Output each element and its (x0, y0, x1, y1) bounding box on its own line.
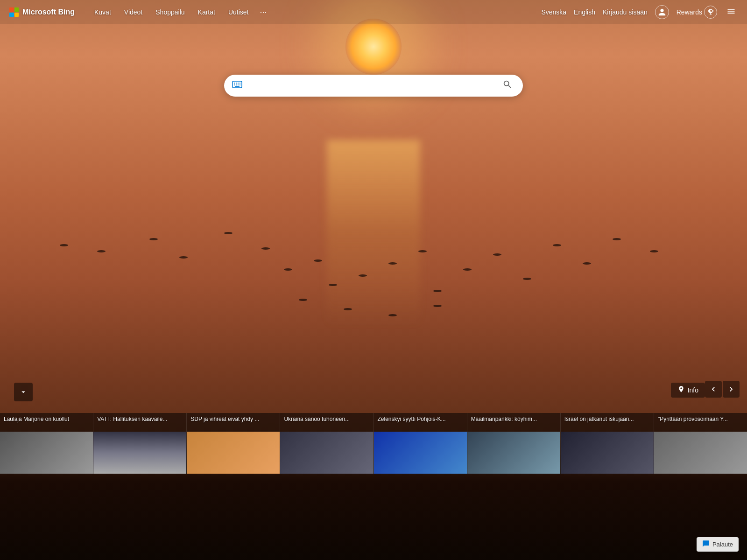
keyboard-icon[interactable] (232, 79, 243, 93)
search-bar (224, 75, 523, 97)
svg-rect-2 (236, 83, 237, 84)
svg-rect-6 (236, 84, 237, 85)
news-img-6 (467, 432, 560, 474)
news-card-4[interactable]: Ukraina sanoo tuhoneen... (280, 413, 373, 474)
logo-sq-yellow (14, 13, 19, 17)
news-img-4 (280, 432, 373, 474)
news-title-5: Zelenskyi syytti Pohjois-K... (374, 413, 467, 432)
nav-lang-sv[interactable]: Svenska (541, 8, 566, 16)
news-title-4: Ukraina sanoo tuhoneen... (280, 413, 373, 432)
news-strip: Laulaja Marjorie on kuollutVATT: Hallitu… (0, 413, 747, 474)
logo-sq-blue (9, 13, 14, 17)
location-icon (677, 385, 685, 395)
sun-decoration (345, 19, 402, 75)
trophy-icon (707, 8, 714, 16)
nav-links: Kuvat Videot Shoppailu Kartat Uutiset ··… (89, 6, 541, 19)
info-button[interactable]: Info (671, 383, 705, 398)
hamburger-icon (726, 7, 736, 16)
news-title-7: Israel on jatkanut iskujaan... (561, 413, 654, 432)
news-card-3[interactable]: SDP ja vihreät eivät yhdy ... (186, 413, 280, 474)
logo-sq-green (14, 7, 19, 12)
carousel-prev-button[interactable] (705, 381, 722, 398)
news-img-5 (374, 432, 467, 474)
svg-rect-4 (240, 83, 240, 84)
news-card-8[interactable]: "Pyrittään provosoimaan Y... (654, 413, 747, 474)
user-icon[interactable] (655, 5, 669, 19)
user-avatar-icon (658, 8, 666, 16)
news-title-6: Maailmanpankki: köyhim... (467, 413, 560, 432)
svg-rect-9 (235, 86, 240, 87)
news-card-2[interactable]: VATT: Hallituksen kaavaile... (93, 413, 186, 474)
svg-rect-5 (234, 84, 235, 85)
nav-kuvat[interactable]: Kuvat (89, 6, 117, 19)
news-title-2: VATT: Hallituksen kaavaile... (93, 413, 186, 432)
svg-rect-8 (240, 84, 240, 85)
hamburger-menu[interactable] (725, 5, 738, 20)
water-reflection (327, 140, 420, 327)
palaute-label: Palaute (712, 541, 733, 548)
svg-rect-7 (238, 84, 239, 85)
nav-signin[interactable]: Kirjaudu sisään (603, 8, 648, 16)
logo[interactable]: Microsoft Bing (9, 7, 75, 17)
search-container (224, 75, 523, 97)
news-title-8: "Pyrittään provosoimaan Y... (654, 413, 747, 432)
feedback-icon (702, 540, 710, 549)
search-button[interactable] (500, 78, 515, 93)
news-img-8 (654, 432, 747, 474)
rewards-label: Rewards (677, 8, 702, 16)
svg-rect-1 (234, 83, 235, 84)
collapse-button[interactable] (14, 383, 33, 401)
logo-sq-red (9, 7, 14, 12)
news-card-6[interactable]: Maailmanpankki: köyhim... (467, 413, 560, 474)
news-card-5[interactable]: Zelenskyi syytti Pohjois-K... (374, 413, 467, 474)
search-input[interactable] (247, 81, 500, 91)
nav-lang-en[interactable]: English (574, 8, 595, 16)
navbar: Microsoft Bing Kuvat Videot Shoppailu Ka… (0, 0, 747, 24)
svg-rect-3 (238, 83, 239, 84)
nav-uutiset[interactable]: Uutiset (223, 6, 254, 19)
news-card-1[interactable]: Laulaja Marjorie on kuollut (0, 413, 93, 474)
news-img-7 (561, 432, 654, 474)
rewards-section[interactable]: Rewards (677, 6, 717, 19)
nav-kartat[interactable]: Kartat (192, 6, 221, 19)
carousel-next-button[interactable] (723, 381, 740, 398)
news-title-1: Laulaja Marjorie on kuollut (0, 413, 93, 432)
info-label: Info (688, 386, 698, 394)
logo-text: Microsoft Bing (22, 8, 75, 16)
logo-squares (9, 7, 19, 17)
nav-videot[interactable]: Videot (119, 6, 148, 19)
news-img-3 (187, 432, 280, 474)
nav-shoppailu[interactable]: Shoppailu (150, 6, 190, 19)
nav-right: Svenska English Kirjaudu sisään Rewards (541, 5, 738, 20)
rewards-icon (704, 6, 717, 19)
news-card-7[interactable]: Israel on jatkanut iskujaan... (560, 413, 654, 474)
nav-more[interactable]: ··· (256, 6, 270, 19)
news-img-2 (93, 432, 186, 474)
news-title-3: SDP ja vihreät eivät yhdy ... (187, 413, 280, 432)
palaute-button[interactable]: Palaute (697, 537, 739, 552)
news-img-1 (0, 432, 93, 474)
